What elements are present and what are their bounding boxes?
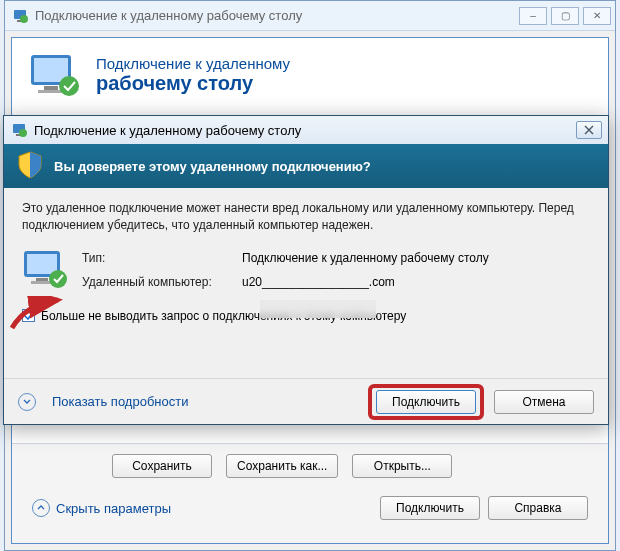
dont-ask-label: Больше не выводить запрос о подключениях… xyxy=(41,309,406,323)
svg-point-2 xyxy=(20,15,28,23)
help-button[interactable]: Справка xyxy=(488,496,588,520)
field-type-label: Тип: xyxy=(82,251,242,265)
main-header: Подключение к удаленному рабочему столу xyxy=(12,38,608,117)
svg-rect-13 xyxy=(36,278,48,281)
monitor-icon xyxy=(22,249,82,291)
field-host-value: u20________________.com xyxy=(242,275,590,289)
main-window-title: Подключение к удаленному рабочему столу xyxy=(35,8,302,23)
field-type-value: Подключение к удаленному рабочему столу xyxy=(242,251,590,265)
expand-icon[interactable] xyxy=(18,393,36,411)
save-button[interactable]: Сохранить xyxy=(112,454,212,478)
open-button[interactable]: Открыть... xyxy=(352,454,452,478)
rdp-app-icon xyxy=(13,8,29,24)
dialog-banner: Вы доверяете этому удаленному подключени… xyxy=(4,144,608,188)
trust-dialog: Подключение к удаленному рабочему столу … xyxy=(3,115,609,425)
monitor-icon xyxy=(28,52,82,98)
close-button[interactable]: ✕ xyxy=(583,7,611,25)
dialog-body: Это удаленное подключение может нанести … xyxy=(4,188,608,378)
dialog-banner-text: Вы доверяете этому удаленному подключени… xyxy=(54,159,371,174)
svg-point-15 xyxy=(49,270,67,288)
field-host-label: Удаленный компьютер: xyxy=(82,275,242,289)
dialog-title: Подключение к удаленному рабочему столу xyxy=(34,123,301,138)
maximize-button[interactable]: ▢ xyxy=(551,7,579,25)
collapse-icon[interactable] xyxy=(32,499,50,517)
rdp-app-icon xyxy=(12,122,28,138)
main-window-titlebar: Подключение к удаленному рабочему столу … xyxy=(5,1,615,31)
main-header-line2: рабочему столу xyxy=(96,72,290,95)
save-as-button[interactable]: Сохранить как... xyxy=(226,454,338,478)
main-footer: Сохранить Сохранить как... Открыть... Ск… xyxy=(12,443,608,543)
dialog-cancel-button[interactable]: Отмена xyxy=(494,390,594,414)
show-details-link[interactable]: Показать подробности xyxy=(52,394,188,409)
hide-params-link[interactable]: Скрыть параметры xyxy=(56,501,171,516)
shield-icon xyxy=(16,150,44,183)
svg-rect-5 xyxy=(44,86,58,90)
connect-highlight: Подключить xyxy=(368,384,484,420)
svg-point-7 xyxy=(59,76,79,96)
minimize-button[interactable]: – xyxy=(519,7,547,25)
dialog-footer: Показать подробности Подключить Отмена xyxy=(4,378,608,424)
dialog-close-button[interactable] xyxy=(576,121,602,139)
dont-ask-checkbox[interactable] xyxy=(22,309,35,322)
svg-point-10 xyxy=(19,129,27,137)
dialog-connect-button[interactable]: Подключить xyxy=(376,390,476,414)
dialog-titlebar: Подключение к удаленному рабочему столу xyxy=(4,116,608,144)
dialog-message: Это удаленное подключение может нанести … xyxy=(22,200,590,235)
main-header-line1: Подключение к удаленному xyxy=(96,55,290,72)
main-connect-button[interactable]: Подключить xyxy=(380,496,480,520)
svg-rect-12 xyxy=(27,254,57,274)
